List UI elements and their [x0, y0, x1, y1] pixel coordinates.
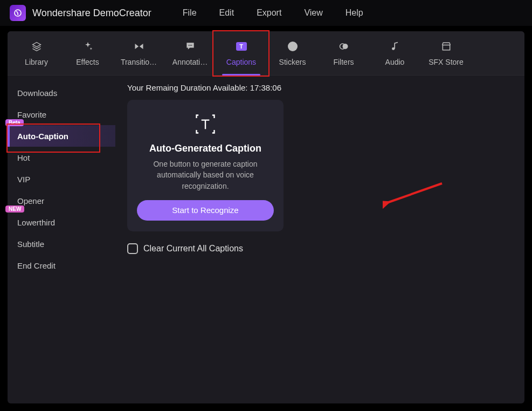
sparkle-icon	[82, 40, 94, 52]
tab-captions[interactable]: T Captions	[216, 31, 267, 75]
auto-caption-card: Auto-Generated Caption One button to gen…	[127, 100, 284, 231]
tab-label: SFX Store	[429, 58, 464, 66]
app-title: Wondershare DemoCreator	[32, 8, 151, 19]
sidebar-item-label: Hot	[17, 153, 30, 162]
layers-icon	[31, 40, 43, 52]
text-scan-icon	[194, 113, 217, 135]
sidebar-item-label: Auto-Caption	[17, 132, 68, 141]
tab-label: Captions	[226, 58, 256, 66]
sidebar-item-label: Downloads	[17, 88, 57, 98]
venn-icon	[338, 40, 350, 52]
new-badge: NEW	[5, 206, 24, 213]
tab-label: Transitio…	[121, 58, 157, 66]
app-logo-icon	[10, 5, 26, 21]
svg-point-2	[190, 45, 191, 46]
card-title: Auto-Generated Caption	[137, 143, 274, 154]
svg-point-5	[342, 44, 348, 49]
tab-annotations[interactable]: Annotati…	[164, 31, 216, 75]
sidebar: Downloads Favorite Beta Auto-Caption Hot…	[8, 76, 115, 403]
tab-library[interactable]: Library	[11, 31, 62, 75]
clear-captions-label: Clear Current All Captions	[143, 244, 243, 254]
tab-filters[interactable]: Filters	[318, 31, 369, 75]
content-panel: Your Remaing Duration Available: 17:38:0…	[115, 76, 524, 403]
card-description: One button to generate caption automatic…	[137, 159, 274, 191]
title-bar: Wondershare DemoCreator File Edit Export…	[0, 0, 532, 26]
tab-audio[interactable]: Audio	[369, 31, 420, 75]
bowtie-icon	[133, 40, 145, 52]
sidebar-item-label: VIP	[17, 175, 30, 184]
sidebar-item-downloads[interactable]: Downloads	[8, 82, 115, 104]
tab-label: Filters	[333, 58, 354, 66]
remaining-duration: Your Remaing Duration Available: 17:38:0…	[127, 83, 513, 92]
start-recognize-button[interactable]: Start to Recognize	[137, 200, 274, 221]
sidebar-item-hot[interactable]: Hot	[8, 147, 115, 168]
tab-label: Effects	[76, 58, 99, 66]
tab-label: Annotati…	[172, 58, 208, 66]
smiley-icon	[287, 40, 299, 52]
sidebar-item-lowerthird[interactable]: NEW Lowerthird	[8, 211, 115, 233]
svg-line-7	[387, 183, 442, 203]
music-note-icon	[389, 40, 401, 52]
tab-effects[interactable]: Effects	[62, 31, 113, 75]
sidebar-item-label: Opener	[17, 196, 44, 206]
tab-label: Library	[25, 58, 48, 66]
remaining-value: 17:38:06	[250, 83, 281, 92]
sidebar-item-vip[interactable]: VIP	[8, 168, 115, 190]
clear-captions-checkbox[interactable]	[127, 243, 138, 254]
captions-icon: T	[236, 40, 247, 52]
beta-badge: Beta	[5, 119, 24, 126]
menu-bar: File Edit Export View Help	[183, 8, 363, 18]
sidebar-item-auto-caption[interactable]: Beta Auto-Caption	[8, 125, 115, 147]
menu-file[interactable]: File	[183, 8, 197, 18]
tab-label: Stickers	[279, 58, 306, 66]
store-icon	[440, 40, 452, 52]
sidebar-item-end-credit[interactable]: End Credit	[8, 255, 115, 276]
svg-point-1	[188, 45, 189, 46]
speech-icon	[184, 40, 196, 52]
menu-edit[interactable]: Edit	[219, 8, 234, 18]
sidebar-item-label: Subtitle	[17, 239, 44, 249]
menu-help[interactable]: Help	[346, 8, 363, 18]
sidebar-item-subtitle[interactable]: Subtitle	[8, 233, 115, 255]
sidebar-item-label: Lowerthird	[17, 218, 55, 227]
annotation-arrow-icon	[383, 179, 447, 211]
menu-export[interactable]: Export	[257, 8, 281, 18]
tab-label: Audio	[385, 58, 405, 66]
clear-captions-row: Clear Current All Captions	[127, 243, 513, 254]
sidebar-item-favorite[interactable]: Favorite	[8, 104, 115, 125]
svg-point-3	[191, 45, 192, 46]
tab-stickers[interactable]: Stickers	[267, 31, 318, 75]
tab-sfx-store[interactable]: SFX Store	[420, 31, 472, 75]
sidebar-item-label: Favorite	[17, 110, 46, 119]
remaining-label: Your Remaing Duration Available:	[127, 83, 247, 92]
menu-view[interactable]: View	[304, 8, 322, 18]
category-tabs: Library Effects Transitio… Annotati… T C…	[8, 31, 524, 76]
tab-transitions[interactable]: Transitio…	[113, 31, 164, 75]
sidebar-item-label: End Credit	[17, 261, 56, 270]
workspace: Library Effects Transitio… Annotati… T C…	[8, 31, 524, 403]
